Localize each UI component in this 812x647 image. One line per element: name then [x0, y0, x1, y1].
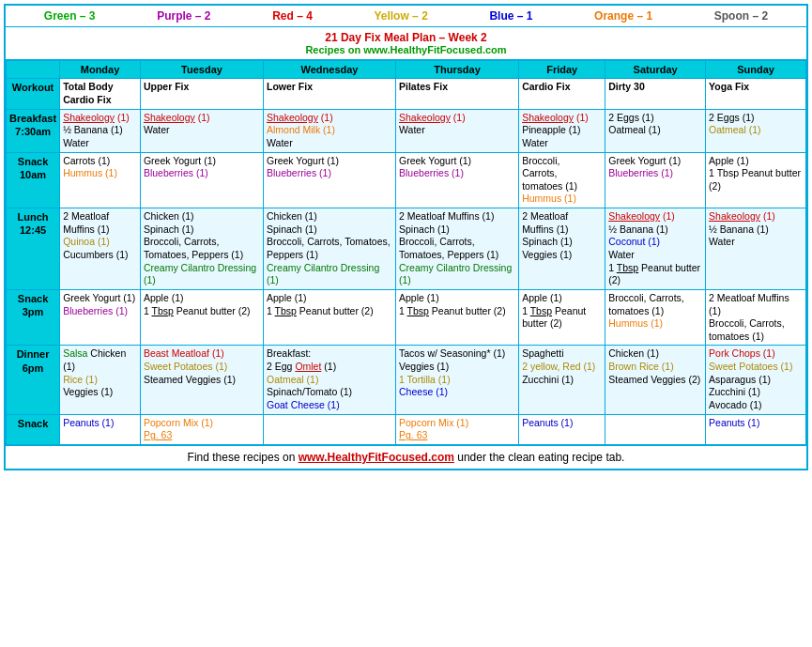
footer: Find these recipes on www.HealthyFitFocu…: [6, 445, 806, 469]
header-friday: Friday: [519, 61, 605, 79]
snack2-friday: Apple (1) 1 Tbsp Peanut butter (2): [519, 289, 605, 346]
lunch-sunday: Shakeology (1) ½ Banana (1) Water: [706, 208, 806, 290]
workout-tuesday: Upper Fix: [140, 79, 263, 109]
snack3-sunday: Peanuts (1): [706, 414, 806, 444]
snack2-wednesday: Apple (1) 1 Tbsp Peanut butter (2): [264, 289, 396, 346]
label-workout: Workout: [7, 79, 60, 109]
snack3-row: Snack Peanuts (1) Popcorn Mix (1) Pg. 63…: [7, 414, 806, 444]
dinner-tuesday: Beast Meatloaf (1) Sweet Potatoes (1) St…: [140, 346, 263, 414]
dinner-sunday: Pork Chops (1) Sweet Potatoes (1) Aspara…: [706, 346, 806, 414]
breakfast-thursday: Shakeology (1) Water: [396, 109, 519, 152]
label-lunch: Lunch12:45: [7, 208, 60, 290]
legend-purple: Purple – 2: [157, 9, 210, 23]
breakfast-monday: Shakeology (1) ½ Banana (1)Water: [60, 109, 141, 152]
snack2-saturday: Broccoli, Carrots, tomatoes (1) Hummus (…: [605, 289, 706, 346]
lunch-saturday: Shakeology (1) ½ Banana (1) Coconut (1) …: [605, 208, 706, 290]
legend-spoon: Spoon – 2: [714, 9, 768, 23]
label-snack2: Snack3pm: [7, 289, 60, 346]
header-saturday: Saturday: [605, 61, 706, 79]
snack2-tuesday: Apple (1) 1 Tbsp Peanut butter (2): [140, 289, 263, 346]
dinner-row: Dinner6pm Salsa Chicken (1) Rice (1) Veg…: [7, 346, 806, 414]
snack3-saturday: [605, 414, 706, 444]
snack1-thursday: Greek Yogurt (1) Blueberries (1): [396, 152, 519, 208]
snack1-friday: Broccoli,Carrots,tomatoes (1) Hummus (1): [519, 152, 605, 208]
empty-header: [7, 61, 60, 79]
lunch-friday: 2 Meatloaf Muffins (1) Spinach (1) Veggi…: [519, 208, 605, 290]
lunch-row: Lunch12:45 2 Meatloaf Muffins (1) Quinoa…: [7, 208, 806, 290]
header-sunday: Sunday: [706, 61, 806, 79]
snack2-monday: Greek Yogurt (1) Blueberries (1): [60, 289, 141, 346]
day-header-row: Monday Tuesday Wednesday Thursday Friday…: [7, 61, 806, 79]
header-thursday: Thursday: [396, 61, 519, 79]
legend-yellow: Yellow – 2: [374, 9, 427, 23]
label-dinner: Dinner6pm: [7, 346, 60, 414]
snack1-wednesday: Greek Yogurt (1) Blueberries (1): [264, 152, 396, 208]
breakfast-row: Breakfast7:30am Shakeology (1) ½ Banana …: [7, 109, 806, 152]
workout-friday: Cardio Fix: [519, 79, 605, 109]
breakfast-wednesday: Shakeology (1) Almond Milk (1)Water: [264, 109, 396, 152]
snack1-row: Snack10am Carrots (1) Hummus (1) Greek Y…: [7, 152, 806, 208]
legend-red: Red – 4: [272, 9, 313, 23]
snack1-sunday: Apple (1) 1 Tbsp Peanut butter (2): [706, 152, 806, 208]
meal-table: Monday Tuesday Wednesday Thursday Friday…: [6, 60, 806, 445]
snack3-thursday: Popcorn Mix (1) Pg. 63: [396, 414, 519, 444]
dinner-thursday: Tacos w/ Seasoning* (1) Veggies (1) 1 To…: [396, 346, 519, 414]
subtitle: Recipes on www.HealthyFitFocused.com: [9, 44, 803, 55]
snack2-row: Snack3pm Greek Yogurt (1) Blueberries (1…: [7, 289, 806, 346]
workout-monday: Total BodyCardio Fix: [60, 79, 141, 109]
legend-orange: Orange – 1: [594, 9, 652, 23]
workout-saturday: Dirty 30: [605, 79, 706, 109]
label-breakfast: Breakfast7:30am: [7, 109, 60, 152]
workout-thursday: Pilates Fix: [396, 79, 519, 109]
snack3-friday: Peanuts (1): [519, 414, 605, 444]
legend-green: Green – 3: [44, 9, 96, 23]
dinner-monday: Salsa Chicken (1) Rice (1) Veggies (1): [60, 346, 141, 414]
workout-wednesday: Lower Fix: [264, 79, 396, 109]
footer-text: Find these recipes on: [188, 451, 299, 464]
breakfast-friday: Shakeology (1) Pineapple (1)Water: [519, 109, 605, 152]
label-snack1: Snack10am: [7, 152, 60, 208]
dinner-saturday: Chicken (1) Brown Rice (1) Steamed Veggi…: [605, 346, 706, 414]
snack1-monday: Carrots (1) Hummus (1): [60, 152, 141, 208]
footer-link[interactable]: www.HealthyFitFocused.com: [299, 451, 454, 464]
snack1-saturday: Greek Yogurt (1) Blueberries (1): [605, 152, 706, 208]
lunch-tuesday: Chicken (1) Spinach (1) Broccoli, Carrot…: [140, 208, 263, 290]
snack2-thursday: Apple (1) 1 Tbsp Peanut butter (2): [396, 289, 519, 346]
legend-blue: Blue – 1: [489, 9, 532, 23]
snack3-wednesday: [264, 414, 396, 444]
workout-row: Workout Total BodyCardio Fix Upper Fix L…: [7, 79, 806, 109]
header-wednesday: Wednesday: [264, 61, 396, 79]
snack1-tuesday: Greek Yogurt (1) Blueberries (1): [140, 152, 263, 208]
dinner-friday: Spaghetti 2 yellow, Red (1) Zucchini (1): [519, 346, 605, 414]
legend-row: Green – 3 Purple – 2 Red – 4 Yellow – 2 …: [6, 6, 806, 27]
header-tuesday: Tuesday: [140, 61, 263, 79]
meal-plan-container: Green – 3 Purple – 2 Red – 4 Yellow – 2 …: [4, 4, 808, 470]
breakfast-tuesday: Shakeology (1) Water: [140, 109, 263, 152]
breakfast-saturday: 2 Eggs (1) Oatmeal (1): [605, 109, 706, 152]
dinner-wednesday: Breakfast: 2 Egg Omlet (1) Oatmeal (1) S…: [264, 346, 396, 414]
main-title: 21 Day Fix Meal Plan – Week 2: [9, 31, 803, 44]
lunch-wednesday: Chicken (1) Spinach (1) Broccoli, Carrot…: [264, 208, 396, 290]
lunch-thursday: 2 Meatloaf Muffins (1) Spinach (1) Brocc…: [396, 208, 519, 290]
lunch-monday: 2 Meatloaf Muffins (1) Quinoa (1) Cucumb…: [60, 208, 141, 290]
label-snack3: Snack: [7, 414, 60, 444]
header-monday: Monday: [60, 61, 141, 79]
breakfast-sunday: 2 Eggs (1) Oatmeal (1): [706, 109, 806, 152]
snack3-tuesday: Popcorn Mix (1) Pg. 63: [140, 414, 263, 444]
plan-title: 21 Day Fix Meal Plan – Week 2 Recipes on…: [6, 27, 806, 60]
snack3-monday: Peanuts (1): [60, 414, 141, 444]
footer-end: under the clean eating recipe tab.: [457, 451, 624, 464]
snack2-sunday: 2 Meatloaf Muffins (1) Broccoli, Carrots…: [706, 289, 806, 346]
workout-sunday: Yoga Fix: [706, 79, 806, 109]
